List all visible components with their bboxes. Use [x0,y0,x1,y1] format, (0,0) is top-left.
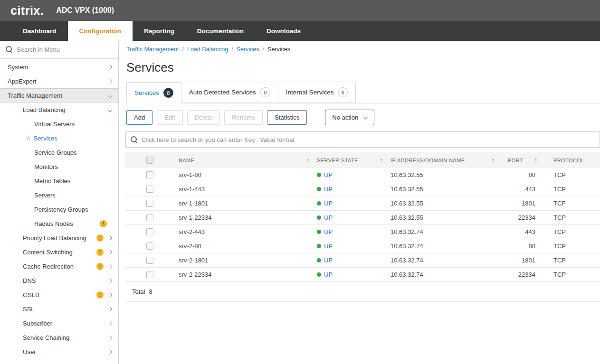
sidebar-search-input[interactable] [17,46,113,53]
sidebar-item-ssl[interactable]: SSL [0,302,118,316]
table-row[interactable]: srv-2-443UP10.63.32.74443TCP [125,225,600,239]
table-row[interactable]: srv-1-1801UP10.63.32.551801TCP [125,196,600,211]
row-checkbox[interactable] [146,186,153,193]
rename-button[interactable]: Rename [224,110,263,125]
server-state-link[interactable]: UP [324,271,333,278]
sort-icon[interactable]: ▲▼ [492,158,495,163]
cell-port: 443 [502,228,545,235]
row-checkbox[interactable] [146,271,153,278]
server-state-link[interactable]: UP [324,214,333,221]
table-row[interactable]: srv-1-22334UP10.63.32.5522334TCP [125,211,600,225]
row-checkbox-cell [125,214,168,221]
app-title: ADC VPX (1000) [56,6,114,15]
sidebar-item-content-switching[interactable]: Content Switching! [0,245,118,259]
column-header-port[interactable]: PORT▲▼ [502,158,545,163]
sidebar-item-priority-load-balancing[interactable]: Priority Load Balancing! [0,231,118,245]
chevron-down-icon [363,114,368,119]
sidebar-item-servers[interactable]: Servers [0,188,118,202]
sidebar-item-appexpert[interactable]: AppExpert [0,74,118,88]
sidebar-item-gslb[interactable]: GSLB! [0,288,118,302]
server-state-link[interactable]: UP [324,186,333,193]
main-content: Traffic Management/Load Balancing/Servic… [119,41,600,364]
sidebar-item-metric-tables[interactable]: Metric Tables [0,174,118,188]
chevron-right-icon [108,349,113,354]
statistics-button[interactable]: Statistics [267,110,307,125]
breadcrumb-link-load-balancing[interactable]: Load Balancing [187,46,228,53]
row-checkbox[interactable] [146,171,153,178]
sidebar-item-radius-nodes[interactable]: Radius Nodes! [0,216,118,231]
select-all-cell[interactable] [125,157,168,164]
tab-services[interactable]: Services8 [126,82,181,103]
sort-icon[interactable]: ▲▼ [534,158,537,163]
sidebar-item-dns[interactable]: DNS [0,273,118,288]
table-row[interactable]: srv-2-22334UP10.63.32.7422334TCP [125,268,600,282]
sort-icon[interactable]: ▲▼ [306,158,309,163]
delete-button[interactable]: Delete [187,110,220,125]
cell-name: srv-2-80 [168,243,317,250]
sidebar-item-load-balancing[interactable]: Load Balancing [0,103,118,117]
row-checkbox[interactable] [146,243,153,250]
sidebar-item-label: Monitors [34,163,58,170]
sidebar-item-persistency-groups[interactable]: Persistency Groups [0,202,118,216]
cell-ip-address: 10.63.32.55 [390,171,502,178]
server-state-link[interactable]: UP [324,228,333,235]
cell-name: srv-1-443 [168,186,317,193]
sidebar-item-monitors[interactable]: Monitors [0,159,118,174]
table-search-input[interactable] [142,136,595,143]
server-state-link[interactable]: UP [324,257,333,264]
sidebar: SystemAppExpertTraffic ManagementLoad Ba… [0,41,119,364]
tab-label: Auto Detected Services [189,89,256,96]
row-checkbox[interactable] [146,214,153,221]
sidebar-item-traffic-management[interactable]: Traffic Management [0,88,118,103]
sidebar-item-services[interactable]: ☆Services [0,131,118,145]
nav-tab-downloads[interactable]: Downloads [255,21,312,41]
nav-tab-reporting[interactable]: Reporting [133,21,186,41]
cell-server-state: UP [317,200,390,207]
action-dropdown[interactable]: No action [325,110,374,125]
sort-icon[interactable]: ▲▼ [380,158,383,163]
add-button[interactable]: Add [126,110,152,125]
server-state-link[interactable]: UP [324,243,333,250]
edit-button[interactable]: Edit [157,110,182,125]
server-state-link[interactable]: UP [324,200,333,207]
table-row[interactable]: srv-1-80UP10.63.32.5580TCP [125,168,600,182]
row-checkbox[interactable] [146,200,153,207]
breadcrumb-link-traffic-management[interactable]: Traffic Management [126,46,179,53]
sidebar-item-virtual-servers[interactable]: Virtual Servers [0,117,118,131]
column-header-ip-address-domain-name[interactable]: IP ADDRESS/DOMAIN NAME▲▼ [390,158,502,163]
table-row[interactable]: srv-1-443UP10.63.32.55443TCP [125,182,600,196]
sidebar-item-service-groups[interactable]: Service Groups [0,145,118,159]
sidebar-item-user[interactable]: User [0,345,118,359]
row-checkbox[interactable] [146,228,153,235]
nav-tab-documentation[interactable]: Documentation [186,21,255,41]
sidebar-search[interactable] [0,41,118,59]
column-header-server-state[interactable]: SERVER STATE▲▼ [317,158,390,163]
select-all-checkbox[interactable] [146,157,153,164]
breadcrumb-separator: / [231,46,233,53]
sidebar-item-label: System [8,64,28,71]
cell-name: srv-1-1801 [168,200,317,207]
server-state-link[interactable]: UP [324,171,333,178]
nav-tab-dashboard[interactable]: Dashboard [11,21,68,41]
sidebar-item-cache-redirection[interactable]: Cache Redirection! [0,259,118,273]
column-header-name[interactable]: NAME▲▼ [168,158,317,163]
sidebar-item-system[interactable]: System [0,60,118,74]
sidebar-item-label: Priority Load Balancing [23,234,86,242]
sidebar-item-subscriber[interactable]: Subscriber [0,316,118,330]
table-search[interactable] [125,131,600,148]
cell-name: srv-2-1801 [168,257,317,264]
chevron-right-icon [108,307,113,311]
table-row[interactable]: srv-2-80UP10.63.32.7480TCP [125,239,600,253]
sidebar-item-service-chaining[interactable]: Service Chaining [0,330,118,345]
nav-tab-configuration[interactable]: Configuration [68,21,133,41]
table-row[interactable]: srv-2-1801UP10.63.32.741801TCP [125,253,600,268]
row-checkbox-cell [125,200,168,207]
tab-internal-services[interactable]: Internal Services6 [278,82,356,103]
sidebar-item-label: Load Balancing [23,106,66,113]
favorite-star-icon[interactable]: ☆ [26,135,31,142]
tab-auto-detected-services[interactable]: Auto Detected Services0 [181,82,278,103]
cell-ip-address: 10.63.32.55 [390,186,502,193]
cell-server-state: UP [317,271,390,278]
row-checkbox[interactable] [146,257,153,264]
breadcrumb-link-services[interactable]: Services [237,46,259,53]
